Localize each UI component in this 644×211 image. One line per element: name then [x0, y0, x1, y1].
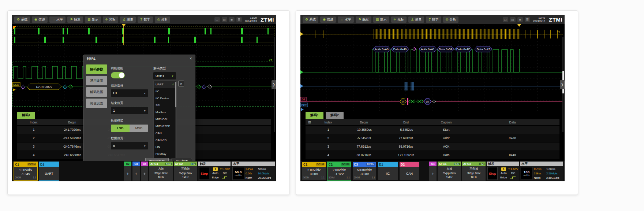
timebase-box[interactable]: 50.0ms/div — [232, 167, 244, 180]
channel-c1-block[interactable]: C1DC1M 1.00V/div-1.34V 500M1:1 — [14, 162, 38, 181]
table-row[interactable]: 2-5.3452us77.6912usAddr0xA0 — [306, 134, 559, 142]
cursor-icon: ✛ — [105, 18, 108, 21]
tab-decode2[interactable]: 解码2 — [326, 112, 344, 119]
source-select[interactable]: C1 ▼ — [111, 89, 148, 97]
panel-expand-button[interactable]: ❯ — [272, 80, 276, 89]
tab-decode-params[interactable]: 解码参数 — [86, 64, 107, 74]
menu-math[interactable]: ∑数学 — [138, 16, 153, 23]
lsb-option[interactable]: LSB — [111, 125, 130, 132]
table-row[interactable]: 377.6912us88.0716usACK — [306, 142, 559, 151]
screen-icon[interactable]: ▤ — [510, 17, 516, 22]
plus-icon: + — [124, 166, 131, 181]
scope-screen-right: ⚙系统 ◉信源 ↔水平 ⚑触发 ▦显示 ✛光标 ∡测量 ∑数学 ◎分析 ▢ ▤ … — [300, 15, 565, 181]
tab-decode1[interactable]: 解码1 — [17, 112, 35, 119]
table-row[interactable]: 488.0716us171.1092usData0x40 — [306, 151, 559, 159]
table-row[interactable]: 1-10.3580us-5.3452usStart — [306, 125, 559, 134]
menu-cursor[interactable]: ✛光标 — [103, 16, 119, 23]
option-lin[interactable]: LIN — [154, 144, 176, 151]
menu-system[interactable]: ⚙系统 — [303, 16, 318, 23]
menu-source[interactable]: ◉信源 — [320, 16, 336, 23]
menu-bar: ⚙系统 ◉信源 ↔水平 ⚑触发 ▦显示 ✛光标 ∡测量 ∑数学 ◎分析 ▢ ▤ … — [12, 15, 276, 24]
option-can-fd[interactable]: CAN-FD — [154, 137, 176, 144]
touch-icon[interactable]: ☰ — [525, 17, 530, 22]
acquisition-state[interactable]: Stop — [199, 167, 209, 180]
menu-measure[interactable]: ∡测量 — [408, 16, 424, 23]
menu-measure[interactable]: ∡测量 — [120, 16, 136, 23]
menu-horizontal[interactable]: ↔水平 — [338, 16, 354, 23]
menu-math[interactable]: ∑数学 — [426, 16, 441, 23]
decode-type-select[interactable]: UART ▼ — [153, 72, 176, 79]
afg1-block[interactable]: AFG150Ω 方波3Vpp 0mv1kHz — [149, 162, 173, 181]
menu-trigger[interactable]: ⚑触发 — [356, 16, 371, 23]
gear-icon: ⚙ — [17, 18, 20, 21]
math-icon: ∑ — [140, 18, 142, 21]
export-report-button[interactable]: 导出报表 — [172, 158, 192, 161]
menu-analysis[interactable]: ◎分析 — [443, 16, 459, 23]
panel-expand-button[interactable]: ❯ — [560, 80, 565, 89]
measure-icon: ∡ — [123, 18, 126, 21]
msb-option[interactable]: MSB — [130, 125, 148, 132]
table-expand-icon[interactable]: ▧ — [306, 121, 314, 124]
enable-toggle[interactable] — [111, 72, 125, 78]
afg2-block[interactable]: AFG2HiZ 三角波3Vpp 0mv1kHz — [174, 162, 197, 181]
menu-display[interactable]: ▦显示 — [373, 16, 389, 23]
touch-icon[interactable]: ☰ — [236, 17, 242, 22]
close-icon[interactable]: ✕ — [189, 57, 192, 60]
tab-general-settings[interactable]: 通用设置 — [86, 76, 107, 85]
option-uart[interactable]: UART✓ — [154, 81, 176, 88]
keyboard-input-button[interactable]: A — [178, 81, 184, 86]
channel-c3-block[interactable]: C3DC1M 500mV/div-3.58V 500M1:1 — [352, 162, 377, 181]
stopbit-select[interactable]: 1 ▼ — [111, 107, 148, 114]
tab-decode-range[interactable]: 解码范围 — [86, 87, 107, 97]
copy-to-trigger-button[interactable]: 复制到触发 — [145, 158, 169, 161]
acquisition-state[interactable]: Stop — [487, 167, 498, 180]
trigger-block[interactable]: 触发 Stop 1 T:1.68V Auto DC Edge — [487, 162, 519, 181]
add-channel-c4[interactable]: C4 + — [141, 162, 148, 181]
menu-cursor[interactable]: ✛光标 — [391, 16, 407, 23]
dialog-title-bar[interactable]: 解码1 ✕ — [84, 55, 195, 62]
menu-trigger[interactable]: ⚑触发 — [67, 16, 83, 23]
afg2-block[interactable]: AFG2HiZ 三角波3Vpp 0mv1kHz — [462, 162, 486, 181]
trigger-block[interactable]: 触发 Stop 1 T:1.80V Auto DC Edge — [198, 162, 231, 181]
menu-horizontal[interactable]: ↔水平 — [49, 16, 65, 23]
tab-threshold-settings[interactable]: 阈值设置 — [86, 99, 107, 108]
menu-display[interactable]: ▦显示 — [85, 16, 101, 23]
channel-d1-block[interactable]: D1 UART — [39, 162, 59, 181]
channel-c1-block[interactable]: C1DC1M 2.00V/div3.60V 500M1:1 — [302, 162, 326, 181]
add-channel-c4[interactable]: C4 + — [429, 162, 437, 181]
afg1-block[interactable]: AFG150Ω 方波3Vpp 0mv1kHz — [438, 162, 461, 181]
tab-decode1[interactable]: 解码1 — [306, 112, 323, 119]
data-bits-select[interactable]: 8 ▼ — [111, 142, 148, 149]
option-spi[interactable]: SPI — [154, 102, 176, 109]
timebase-box[interactable]: 100us/div — [521, 167, 532, 180]
channel-d1-block[interactable]: D1 IIC — [378, 162, 398, 181]
stopbit-label: 结束位宽 — [111, 101, 148, 106]
add-channel-c2[interactable]: C2 + — [124, 162, 131, 181]
screen-icon[interactable]: ▤ — [222, 17, 227, 22]
option-iic-device[interactable]: IIC Device — [154, 95, 176, 102]
horizontal-block[interactable]: 水平 100us/div X-Pos 1.00ms 158us 2.50Mpts… — [520, 162, 563, 181]
option-mipi-rffe[interactable]: MIPI-RFFE — [154, 123, 176, 130]
dialog-tabs: 解码参数 通用设置 解码范围 阈值设置 — [86, 64, 107, 108]
menu-label: 分析 — [161, 17, 168, 22]
trigger-mode: Auto — [501, 171, 506, 175]
option-modbus[interactable]: Modbus — [154, 109, 176, 116]
horizontal-block[interactable]: 水平 50.0ms/div X-Pos 500ms 0.00s 10.0Mpts… — [232, 162, 275, 181]
channel-c2-block[interactable]: C2DC1M 2.00V/div-1.12V 500M1:1 — [327, 162, 351, 181]
chevron-down-icon: ▼ — [144, 92, 146, 95]
channel-d2-block[interactable]: D2 CAN — [399, 162, 420, 181]
add-channel-c3[interactable]: C3 + — [132, 162, 140, 181]
menu-analysis[interactable]: ◎分析 — [155, 16, 171, 23]
option-flexray[interactable]: FlexRay — [154, 151, 176, 158]
screenshot-icon[interactable]: ▢ — [503, 17, 508, 22]
dropdown-scrollbar[interactable] — [175, 81, 176, 159]
option-iic[interactable]: IIC — [154, 88, 176, 95]
option-can[interactable]: CAN — [154, 130, 176, 137]
menu-system[interactable]: ⚙系统 — [14, 16, 30, 23]
time: 13:39 — [245, 16, 257, 19]
screenshot-icon[interactable]: ▢ — [214, 17, 220, 22]
mouse-icon[interactable]: ◉ — [517, 17, 523, 22]
menu-source[interactable]: ◉信源 — [32, 16, 48, 23]
mouse-icon[interactable]: ◉ — [229, 17, 235, 22]
option-mipi-dsi[interactable]: MIPI-DSI — [154, 116, 176, 123]
